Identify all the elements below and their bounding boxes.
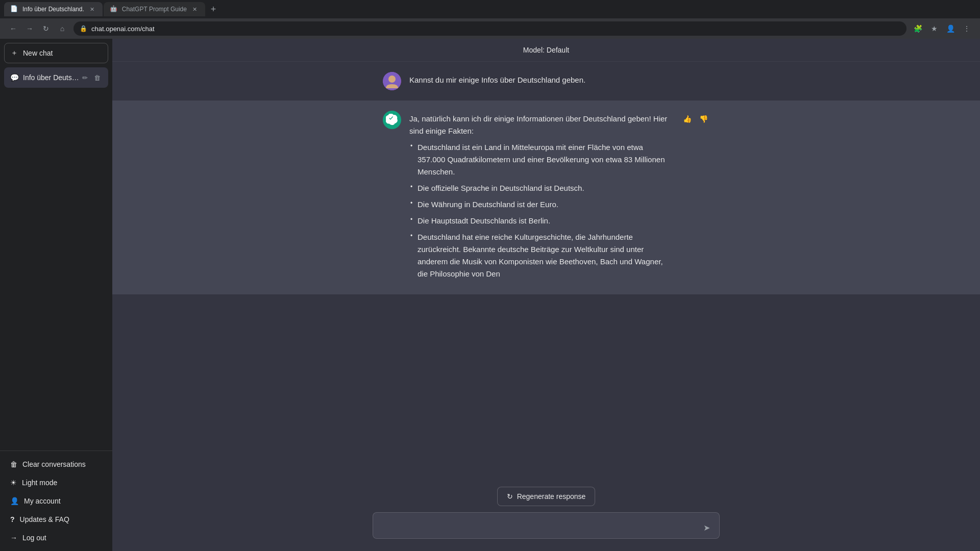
- lock-icon: 🔒: [80, 25, 87, 32]
- tab-bar: 📄 Info über Deutschland. ✕ 🤖 ChatGPT Pro…: [0, 0, 980, 18]
- tab-inactive[interactable]: 🤖 ChatGPT Prompt Guide ✕: [104, 2, 205, 16]
- tab-favicon-2: 🤖: [110, 5, 118, 13]
- account-icon[interactable]: 👤: [943, 21, 958, 36]
- clear-icon: 🗑: [10, 460, 17, 468]
- sidebar: ＋ New chat 💬 Info über Deutschland. ✏ 🗑 …: [0, 39, 112, 551]
- new-chat-button[interactable]: ＋ New chat: [4, 43, 108, 63]
- bullet-item-1: Deutschland ist ein Land in Mitteleuropa…: [409, 141, 673, 178]
- regenerate-icon: ↻: [507, 492, 513, 500]
- chat-item[interactable]: 💬 Info über Deutschland. ✏ 🗑: [4, 67, 108, 88]
- menu-icon[interactable]: ⋮: [960, 21, 974, 36]
- address-bar: ← → ↻ ⌂ 🔒 chat.openai.com/chat 🧩 ★ 👤 ⋮: [0, 18, 980, 39]
- faq-icon: ?: [10, 515, 15, 523]
- browser-chrome: 📄 Info über Deutschland. ✕ 🤖 ChatGPT Pro…: [0, 0, 980, 39]
- gpt-logo-icon: [386, 114, 398, 126]
- user-message-inner: Kannst du mir einige Infos über Deutschl…: [373, 72, 720, 90]
- extensions-icon[interactable]: 🧩: [911, 21, 925, 36]
- chat-icon: 💬: [10, 73, 19, 82]
- user-avatar-svg: [383, 72, 401, 90]
- sidebar-item-light-mode[interactable]: ☀ Light mode: [4, 473, 108, 492]
- new-chat-label: New chat: [23, 49, 53, 57]
- chat-messages: Kannst du mir einige Infos über Deutschl…: [112, 62, 980, 481]
- user-message-content: Kannst du mir einige Infos über Deutschl…: [409, 72, 709, 90]
- main-chat-area: Model: Default: [112, 39, 980, 551]
- tab-close-2[interactable]: ✕: [191, 5, 199, 13]
- model-header: Model: Default: [112, 39, 980, 62]
- thumbs-down-button[interactable]: 👎: [697, 113, 709, 125]
- my-account-label: My account: [24, 497, 61, 505]
- chat-item-actions: ✏ 🗑: [80, 72, 102, 83]
- chat-item-title: Info über Deutschland.: [23, 73, 80, 82]
- delete-chat-button[interactable]: 🗑: [92, 72, 102, 83]
- assistant-message-inner: Ja, natürlich kann ich dir einige Inform…: [373, 111, 720, 284]
- chat-input-area: ↻ Regenerate response ➤: [112, 481, 980, 551]
- log-out-label: Log out: [22, 534, 46, 542]
- send-button[interactable]: ➤: [699, 520, 714, 535]
- input-wrapper: ➤: [373, 512, 720, 541]
- logout-icon: →: [10, 534, 17, 542]
- chat-input[interactable]: [373, 512, 720, 539]
- updates-faq-label: Updates & FAQ: [20, 515, 69, 523]
- chat-item-left: 💬 Info über Deutschland.: [10, 73, 80, 82]
- message-actions: 👍 👎: [681, 111, 709, 284]
- sidebar-item-clear-conversations[interactable]: 🗑 Clear conversations: [4, 455, 108, 473]
- sun-icon: ☀: [10, 479, 17, 487]
- tab-active[interactable]: 📄 Info über Deutschland. ✕: [4, 2, 103, 16]
- svg-point-1: [388, 76, 396, 83]
- sidebar-top: ＋ New chat 💬 Info über Deutschland. ✏ 🗑: [0, 39, 112, 450]
- back-button[interactable]: ←: [6, 21, 20, 36]
- sidebar-item-my-account[interactable]: 👤 My account: [4, 492, 108, 510]
- thumbs-up-button[interactable]: 👍: [681, 113, 693, 125]
- url-text: chat.openai.com/chat: [91, 25, 155, 33]
- edit-chat-button[interactable]: ✏: [80, 72, 90, 83]
- tab-label-1: Info über Deutschland.: [22, 6, 84, 13]
- tab-close-1[interactable]: ✕: [88, 5, 96, 13]
- forward-button[interactable]: →: [22, 21, 37, 36]
- reload-button[interactable]: ↻: [39, 21, 53, 36]
- regenerate-button[interactable]: ↻ Regenerate response: [497, 487, 596, 506]
- url-bar[interactable]: 🔒 chat.openai.com/chat: [74, 21, 906, 36]
- new-tab-button[interactable]: +: [206, 2, 220, 16]
- assistant-message-wrapper: Ja, natürlich kann ich dir einige Inform…: [112, 101, 980, 294]
- assistant-bullet-list: Deutschland ist ein Land in Mitteleuropa…: [409, 141, 673, 280]
- bullet-item-2: Die offizielle Sprache in Deutschland is…: [409, 182, 673, 194]
- sidebar-bottom: 🗑 Clear conversations ☀ Light mode 👤 My …: [0, 450, 112, 551]
- bullet-item-5: Deutschland hat eine reiche Kulturgeschi…: [409, 231, 673, 280]
- user-message-text: Kannst du mir einige Infos über Deutschl…: [409, 76, 585, 84]
- light-mode-label: Light mode: [22, 479, 57, 487]
- user-profile-pic: [383, 72, 401, 90]
- tab-label-2: ChatGPT Prompt Guide: [122, 6, 187, 13]
- home-button[interactable]: ⌂: [55, 21, 69, 36]
- assistant-message-intro: Ja, natürlich kann ich dir einige Inform…: [409, 114, 667, 135]
- assistant-message-content: Ja, natürlich kann ich dir einige Inform…: [409, 111, 673, 284]
- sidebar-item-log-out[interactable]: → Log out: [4, 529, 108, 547]
- assistant-avatar: [383, 111, 401, 129]
- toolbar-icons: 🧩 ★ 👤 ⋮: [911, 21, 974, 36]
- bookmark-icon[interactable]: ★: [927, 21, 941, 36]
- nav-buttons: ← → ↻ ⌂: [6, 21, 69, 36]
- app-wrapper: ＋ New chat 💬 Info über Deutschland. ✏ 🗑 …: [0, 39, 980, 551]
- user-avatar: [383, 72, 401, 90]
- plus-icon: ＋: [11, 48, 18, 58]
- bullet-item-3: Die Währung in Deutschland ist der Euro.: [409, 198, 673, 211]
- clear-conversations-label: Clear conversations: [22, 460, 86, 468]
- account-icon: 👤: [10, 497, 19, 505]
- user-message-wrapper: Kannst du mir einige Infos über Deutschl…: [112, 62, 980, 101]
- model-label: Model: Default: [523, 46, 569, 54]
- sidebar-item-updates-faq[interactable]: ? Updates & FAQ: [4, 510, 108, 529]
- tab-favicon-1: 📄: [10, 5, 18, 13]
- regenerate-label: Regenerate response: [517, 492, 586, 500]
- bullet-item-4: Die Hauptstadt Deutschlands ist Berlin.: [409, 215, 673, 227]
